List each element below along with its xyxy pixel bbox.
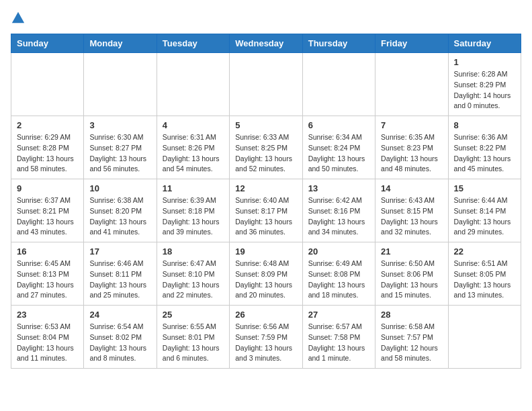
logo-icon [11, 11, 26, 26]
calendar-day-empty [375, 53, 448, 116]
header [11, 11, 521, 26]
calendar-week-row: 1Sunrise: 6:28 AM Sunset: 8:29 PM Daylig… [11, 53, 521, 116]
day-detail: Sunrise: 6:38 AM Sunset: 8:20 PM Dayligh… [89, 195, 150, 238]
day-detail: Sunrise: 6:35 AM Sunset: 8:23 PM Dayligh… [381, 132, 442, 175]
calendar-day-14: 14Sunrise: 6:43 AM Sunset: 8:15 PM Dayli… [375, 179, 448, 242]
day-detail: Sunrise: 6:47 AM Sunset: 8:10 PM Dayligh… [163, 259, 224, 301]
day-number: 13 [308, 183, 369, 193]
svg-marker-0 [12, 12, 24, 24]
calendar-day-13: 13Sunrise: 6:42 AM Sunset: 8:16 PM Dayli… [302, 179, 375, 242]
day-detail: Sunrise: 6:55 AM Sunset: 8:01 PM Dayligh… [163, 322, 224, 364]
day-number: 14 [381, 183, 442, 193]
day-number: 6 [308, 120, 369, 130]
day-detail: Sunrise: 6:49 AM Sunset: 8:08 PM Dayligh… [308, 259, 369, 301]
day-number: 4 [163, 120, 224, 130]
calendar-day-23: 23Sunrise: 6:53 AM Sunset: 8:04 PM Dayli… [11, 306, 84, 369]
calendar-day-empty [84, 53, 157, 116]
day-number: 20 [308, 246, 369, 257]
calendar-day-20: 20Sunrise: 6:49 AM Sunset: 8:08 PM Dayli… [302, 242, 375, 306]
col-header-friday: Friday [375, 34, 448, 53]
day-detail: Sunrise: 6:34 AM Sunset: 8:24 PM Dayligh… [308, 132, 369, 175]
col-header-wednesday: Wednesday [230, 34, 302, 53]
day-detail: Sunrise: 6:28 AM Sunset: 8:29 PM Dayligh… [454, 69, 515, 111]
calendar-day-6: 6Sunrise: 6:34 AM Sunset: 8:24 PM Daylig… [302, 116, 375, 179]
col-header-sunday: Sunday [11, 34, 84, 53]
calendar-day-26: 26Sunrise: 6:56 AM Sunset: 7:59 PM Dayli… [230, 306, 302, 369]
day-number: 8 [454, 120, 515, 130]
calendar: SundayMondayTuesdayWednesdayThursdayFrid… [11, 34, 521, 369]
day-number: 24 [89, 310, 150, 320]
day-number: 11 [163, 183, 224, 193]
calendar-day-11: 11Sunrise: 6:39 AM Sunset: 8:18 PM Dayli… [157, 179, 229, 242]
calendar-day-7: 7Sunrise: 6:35 AM Sunset: 8:23 PM Daylig… [375, 116, 448, 179]
calendar-week-row: 23Sunrise: 6:53 AM Sunset: 8:04 PM Dayli… [11, 306, 521, 369]
calendar-day-12: 12Sunrise: 6:40 AM Sunset: 8:17 PM Dayli… [230, 179, 302, 242]
day-number: 2 [17, 120, 78, 130]
calendar-day-27: 27Sunrise: 6:57 AM Sunset: 7:58 PM Dayli… [302, 306, 375, 369]
day-detail: Sunrise: 6:56 AM Sunset: 7:59 PM Dayligh… [235, 322, 296, 364]
day-number: 7 [381, 120, 442, 130]
col-header-monday: Monday [84, 34, 157, 53]
day-detail: Sunrise: 6:31 AM Sunset: 8:26 PM Dayligh… [163, 132, 224, 175]
calendar-day-25: 25Sunrise: 6:55 AM Sunset: 8:01 PM Dayli… [157, 306, 229, 369]
calendar-day-2: 2Sunrise: 6:29 AM Sunset: 8:28 PM Daylig… [11, 116, 84, 179]
day-detail: Sunrise: 6:51 AM Sunset: 8:05 PM Dayligh… [454, 259, 515, 301]
calendar-day-28: 28Sunrise: 6:58 AM Sunset: 7:57 PM Dayli… [375, 306, 448, 369]
day-detail: Sunrise: 6:40 AM Sunset: 8:17 PM Dayligh… [235, 195, 296, 238]
calendar-day-19: 19Sunrise: 6:48 AM Sunset: 8:09 PM Dayli… [230, 242, 302, 306]
calendar-day-empty [11, 53, 84, 116]
col-header-tuesday: Tuesday [157, 34, 229, 53]
day-detail: Sunrise: 6:58 AM Sunset: 7:57 PM Dayligh… [381, 322, 442, 364]
day-detail: Sunrise: 6:48 AM Sunset: 8:09 PM Dayligh… [235, 259, 296, 301]
day-detail: Sunrise: 6:57 AM Sunset: 7:58 PM Dayligh… [308, 322, 369, 364]
day-number: 3 [89, 120, 150, 130]
day-detail: Sunrise: 6:42 AM Sunset: 8:16 PM Dayligh… [308, 195, 369, 238]
day-number: 1 [454, 57, 515, 67]
calendar-day-empty [302, 53, 375, 116]
day-number: 16 [17, 246, 78, 257]
day-number: 9 [17, 183, 78, 193]
day-detail: Sunrise: 6:53 AM Sunset: 8:04 PM Dayligh… [17, 322, 78, 364]
day-detail: Sunrise: 6:50 AM Sunset: 8:06 PM Dayligh… [381, 259, 442, 301]
calendar-day-8: 8Sunrise: 6:36 AM Sunset: 8:22 PM Daylig… [448, 116, 521, 179]
day-number: 25 [163, 310, 224, 320]
logo [11, 11, 28, 26]
calendar-day-22: 22Sunrise: 6:51 AM Sunset: 8:05 PM Dayli… [448, 242, 521, 306]
calendar-day-18: 18Sunrise: 6:47 AM Sunset: 8:10 PM Dayli… [157, 242, 229, 306]
day-number: 15 [454, 183, 515, 193]
day-detail: Sunrise: 6:43 AM Sunset: 8:15 PM Dayligh… [381, 195, 442, 238]
day-detail: Sunrise: 6:54 AM Sunset: 8:02 PM Dayligh… [89, 322, 150, 364]
day-number: 19 [235, 246, 296, 257]
calendar-day-5: 5Sunrise: 6:33 AM Sunset: 8:25 PM Daylig… [230, 116, 302, 179]
day-detail: Sunrise: 6:44 AM Sunset: 8:14 PM Dayligh… [454, 195, 515, 238]
calendar-day-16: 16Sunrise: 6:45 AM Sunset: 8:13 PM Dayli… [11, 242, 84, 306]
calendar-header-row: SundayMondayTuesdayWednesdayThursdayFrid… [11, 34, 521, 53]
day-number: 26 [235, 310, 296, 320]
calendar-day-4: 4Sunrise: 6:31 AM Sunset: 8:26 PM Daylig… [157, 116, 229, 179]
calendar-day-17: 17Sunrise: 6:46 AM Sunset: 8:11 PM Dayli… [84, 242, 157, 306]
calendar-week-row: 2Sunrise: 6:29 AM Sunset: 8:28 PM Daylig… [11, 116, 521, 179]
calendar-day-1: 1Sunrise: 6:28 AM Sunset: 8:29 PM Daylig… [448, 53, 521, 116]
calendar-week-row: 9Sunrise: 6:37 AM Sunset: 8:21 PM Daylig… [11, 179, 521, 242]
calendar-day-9: 9Sunrise: 6:37 AM Sunset: 8:21 PM Daylig… [11, 179, 84, 242]
calendar-day-empty [157, 53, 229, 116]
col-header-thursday: Thursday [302, 34, 375, 53]
calendar-day-10: 10Sunrise: 6:38 AM Sunset: 8:20 PM Dayli… [84, 179, 157, 242]
col-header-saturday: Saturday [448, 34, 521, 53]
day-detail: Sunrise: 6:37 AM Sunset: 8:21 PM Dayligh… [17, 195, 78, 238]
calendar-day-empty [230, 53, 302, 116]
day-detail: Sunrise: 6:46 AM Sunset: 8:11 PM Dayligh… [89, 259, 150, 301]
day-detail: Sunrise: 6:36 AM Sunset: 8:22 PM Dayligh… [454, 132, 515, 175]
calendar-day-empty [448, 306, 521, 369]
day-detail: Sunrise: 6:33 AM Sunset: 8:25 PM Dayligh… [235, 132, 296, 175]
day-number: 27 [308, 310, 369, 320]
day-detail: Sunrise: 6:39 AM Sunset: 8:18 PM Dayligh… [163, 195, 224, 238]
day-number: 22 [454, 246, 515, 257]
calendar-day-21: 21Sunrise: 6:50 AM Sunset: 8:06 PM Dayli… [375, 242, 448, 306]
day-number: 18 [163, 246, 224, 257]
day-number: 23 [17, 310, 78, 320]
calendar-day-15: 15Sunrise: 6:44 AM Sunset: 8:14 PM Dayli… [448, 179, 521, 242]
day-number: 21 [381, 246, 442, 257]
day-detail: Sunrise: 6:29 AM Sunset: 8:28 PM Dayligh… [17, 132, 78, 175]
calendar-day-24: 24Sunrise: 6:54 AM Sunset: 8:02 PM Dayli… [84, 306, 157, 369]
